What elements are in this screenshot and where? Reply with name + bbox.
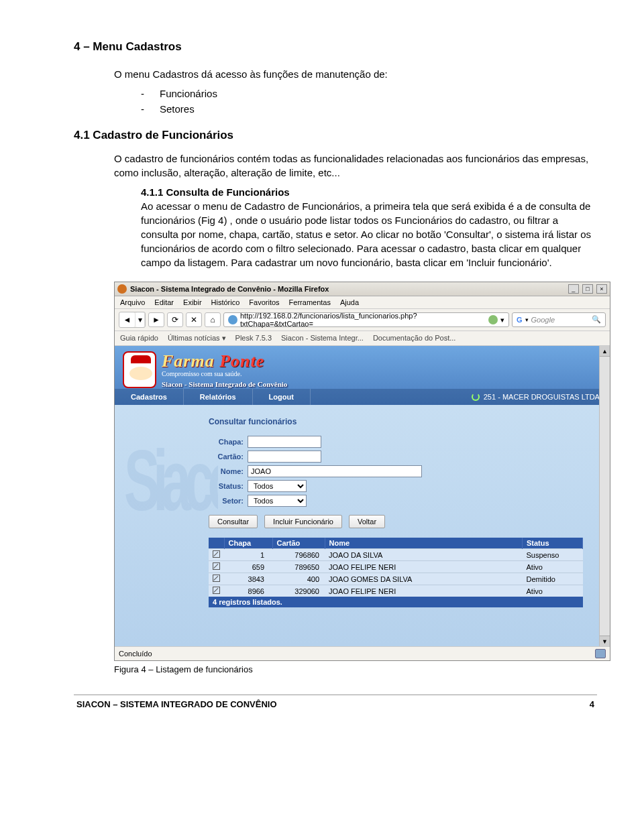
grid-footer: 4 registros listados. <box>209 597 583 607</box>
menu-ajuda[interactable]: Ajuda <box>340 298 359 306</box>
cell-chapa[interactable]: 3843 <box>224 573 272 585</box>
section-heading: 4 – Menu Cadastros <box>74 40 597 54</box>
company-indicator: 251 - MACER DROGUISTAS LTDA. <box>464 393 610 401</box>
window-titlebar: Siacon - Sistema Integrado de Convênio -… <box>115 282 610 296</box>
menu-arquivo[interactable]: Arquivo <box>120 298 145 306</box>
col-cartao[interactable]: Cartão <box>272 538 325 549</box>
close-button[interactable]: × <box>596 284 607 294</box>
input-cartao[interactable] <box>248 451 321 463</box>
col-nome[interactable]: Nome <box>325 538 523 549</box>
cell-chapa[interactable]: 8966 <box>224 585 272 597</box>
cell-nome[interactable]: JOAO DA SILVA <box>325 549 523 561</box>
table-row[interactable]: 8966329060JOAO FELIPE NERIAtivo <box>209 585 583 597</box>
bookmark-link[interactable]: Plesk 7.5.3 <box>235 334 272 343</box>
subsection-heading: 4.1 Cadastro de Funcionários <box>74 129 597 142</box>
edit-icon[interactable] <box>213 550 220 558</box>
stop-button[interactable]: ✕ <box>186 312 202 327</box>
bookmark-link[interactable]: Documentação do Post... <box>373 334 456 343</box>
minimize-button[interactable]: _ <box>568 284 579 294</box>
cell-nome[interactable]: JOAO FELIPE NERI <box>325 561 523 573</box>
maximize-button[interactable]: □ <box>582 284 593 294</box>
cell-status[interactable]: Ativo <box>523 585 583 597</box>
col-status[interactable]: Status <box>523 538 583 549</box>
menu-ferramentas[interactable]: Ferramentas <box>289 298 331 306</box>
bookmark-link[interactable]: Últimas notícias ▾ <box>168 334 226 343</box>
figure-caption: Figura 4 – Listagem de funcionários <box>114 664 597 674</box>
edit-icon[interactable] <box>213 575 220 582</box>
select-setor[interactable]: Todos <box>248 495 307 507</box>
select-status[interactable]: Todos <box>248 480 307 492</box>
menu-exibir[interactable]: Exibir <box>183 298 202 306</box>
bookmark-link[interactable]: Guia rápido <box>120 334 158 343</box>
mascot-icon <box>123 351 156 388</box>
search-bar[interactable]: G ▾ Google 🔍 <box>512 312 606 327</box>
go-icon[interactable] <box>488 315 498 324</box>
sub-text: Ao acessar o menu de Cadastro de Funcion… <box>141 200 591 268</box>
cell-status[interactable]: Ativo <box>523 561 583 573</box>
cell-cartao[interactable]: 329060 <box>272 585 325 597</box>
cell-cartao[interactable]: 789650 <box>272 561 325 573</box>
forward-button[interactable]: ► <box>148 312 164 327</box>
cell-status[interactable]: Suspenso <box>523 549 583 561</box>
menu-favoritos[interactable]: Favoritos <box>249 298 279 306</box>
screenshot-window: Siacon - Sistema Integrado de Convênio -… <box>114 282 610 661</box>
bookmark-bar: Guia rápido Últimas notícias ▾ Plesk 7.5… <box>115 331 610 346</box>
filter-form: Chapa: Cartão: Nome: Status: Todos <box>209 436 583 507</box>
url-dropdown[interactable]: ▾ <box>500 316 504 324</box>
menu-editar[interactable]: Editar <box>154 298 174 306</box>
table-row[interactable]: 1796860JOAO DA SILVASuspenso <box>209 549 583 561</box>
nav-relatorios[interactable]: Relatórios <box>184 389 253 405</box>
company-label: 251 - MACER DROGUISTAS LTDA. <box>484 393 602 401</box>
back-dropdown[interactable]: ▾ <box>136 312 145 327</box>
cell-chapa[interactable]: 659 <box>224 561 272 573</box>
cell-cartao[interactable]: 400 <box>272 573 325 585</box>
url-bar[interactable]: http://192.168.0.2/funcionarios/lista_fu… <box>223 312 509 327</box>
brand-part1: Farma <box>162 351 215 371</box>
browser-toolbar: ◄ ▾ ► ⟳ ✕ ⌂ http://192.168.0.2/funcionar… <box>115 309 610 331</box>
nav-logout[interactable]: Logout <box>253 389 311 405</box>
cell-cartao[interactable]: 796860 <box>272 549 325 561</box>
menu-historico[interactable]: Histórico <box>211 298 240 306</box>
bullet-item: Setores <box>141 102 597 117</box>
globe-icon <box>228 315 237 324</box>
table-row[interactable]: 3843400JOAO GOMES DA SILVADemitido <box>209 573 583 585</box>
system-name: Siacon - Sistema Integrado de Convênio <box>162 380 287 388</box>
brand-slogan: Compromisso com sua saúde. <box>162 370 287 377</box>
search-engine-label: Google <box>531 316 589 324</box>
back-button[interactable]: ◄ <box>119 312 136 327</box>
scroll-down-icon[interactable]: ▼ <box>600 636 610 646</box>
browser-status-bar: Concluído <box>115 646 610 660</box>
search-dropdown[interactable]: ▾ <box>525 316 529 323</box>
reload-button[interactable]: ⟳ <box>167 312 183 327</box>
status-security-icon <box>595 649 606 658</box>
cell-chapa[interactable]: 1 <box>224 549 272 561</box>
paragraph: O cadastro de funcionários contém todas … <box>114 152 597 180</box>
input-nome[interactable] <box>248 465 422 477</box>
incluir-funcionario-button[interactable]: Incluir Funcionário <box>264 515 342 528</box>
bullet-item: Funcionários <box>141 86 597 102</box>
refresh-icon <box>472 393 480 401</box>
consulta-paragraph: 4.1.1 Consulta de Funcionários Ao acessa… <box>141 185 597 269</box>
vertical-scrollbar[interactable]: ▲ ▼ <box>599 346 610 646</box>
site-header: Farma Ponte Compromisso com sua saúde. S… <box>115 346 610 405</box>
col-chapa[interactable]: Chapa <box>224 538 272 549</box>
intro-text: O menu Cadastros dá acesso às funções de… <box>114 67 597 81</box>
edit-icon[interactable] <box>213 587 220 594</box>
nav-cadastros[interactable]: Cadastros <box>115 389 184 405</box>
cell-status[interactable]: Demitido <box>523 573 583 585</box>
home-button[interactable]: ⌂ <box>205 312 221 327</box>
page-number: 4 <box>590 699 594 709</box>
scroll-up-icon[interactable]: ▲ <box>600 346 610 357</box>
footer-title: SIACON – SISTEMA INTEGRADO DE CONVÊNIO <box>76 699 277 709</box>
url-text: http://192.168.0.2/funcionarios/lista_fu… <box>240 312 486 328</box>
cell-nome[interactable]: JOAO FELIPE NERI <box>325 585 523 597</box>
voltar-button[interactable]: Voltar <box>349 515 385 528</box>
edit-icon[interactable] <box>213 562 220 570</box>
table-row[interactable]: 659789650JOAO FELIPE NERIAtivo <box>209 561 583 573</box>
results-grid: Chapa Cartão Nome Status 1796860JOAO DA … <box>209 538 583 607</box>
cell-nome[interactable]: JOAO GOMES DA SILVA <box>325 573 523 585</box>
brand-part2: Ponte <box>219 351 264 371</box>
input-chapa[interactable] <box>248 436 321 448</box>
search-icon[interactable]: 🔍 <box>592 315 601 324</box>
bookmark-link[interactable]: Siacon - Sistema Integr... <box>281 334 364 343</box>
